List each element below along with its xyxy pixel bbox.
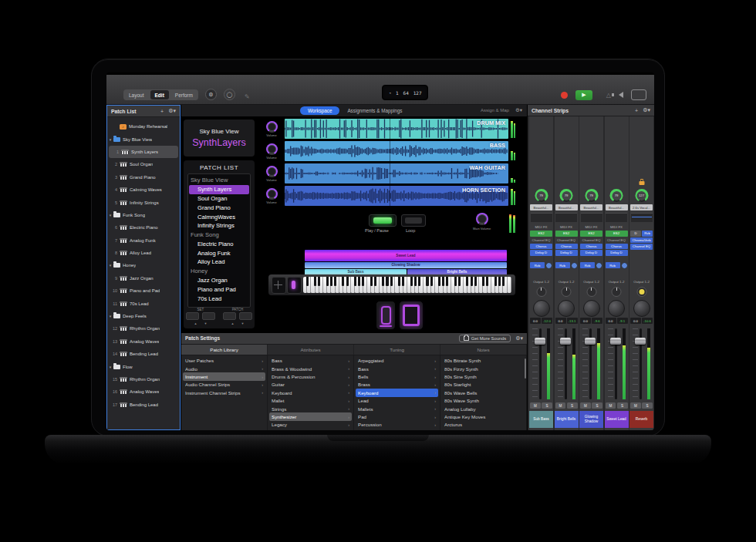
pan-knob[interactable] bbox=[562, 287, 572, 297]
browser-item[interactable]: Strings› bbox=[268, 405, 353, 412]
disclosure-triangle-icon[interactable]: ▾ bbox=[107, 263, 113, 268]
send-slot[interactable]: Rvb bbox=[580, 262, 595, 268]
patch-row[interactable]: 14Bending Lead bbox=[107, 348, 180, 360]
patch-row[interactable]: 13Analog Waves bbox=[107, 335, 180, 348]
widget-patch-row[interactable]: 70s Lead bbox=[188, 294, 250, 303]
loop-button[interactable] bbox=[401, 214, 426, 227]
send-slot[interactable]: D bbox=[630, 231, 641, 237]
mute-button[interactable]: M bbox=[530, 402, 541, 409]
fader[interactable] bbox=[555, 327, 578, 401]
expression-knob[interactable] bbox=[533, 300, 550, 317]
patch-row[interactable]: 1Synth Layers bbox=[109, 146, 178, 158]
eq-thumbnail[interactable] bbox=[581, 213, 602, 222]
widget-patch-row[interactable]: Synth Layers bbox=[189, 185, 249, 194]
patch-row[interactable]: 4Calming Waves bbox=[107, 183, 180, 196]
set-row[interactable]: ▾Honey bbox=[107, 259, 180, 271]
gain-knob[interactable]: 79 bbox=[610, 189, 623, 202]
add-patch-button[interactable]: + bbox=[160, 109, 164, 114]
fader[interactable] bbox=[580, 327, 602, 401]
insert-slot[interactable]: Chorus bbox=[555, 244, 578, 250]
widget-set-row[interactable]: Funk Song bbox=[188, 231, 250, 240]
strip-name-plate[interactable]: Reverb bbox=[629, 411, 653, 428]
play-button[interactable]: ▶ bbox=[575, 90, 592, 100]
set-row[interactable]: ▾Flow bbox=[107, 360, 180, 372]
settings-button[interactable]: ⚙ bbox=[205, 89, 217, 100]
disclosure-triangle-icon[interactable]: ▾ bbox=[107, 213, 113, 217]
expression-pedal[interactable] bbox=[376, 301, 396, 330]
send-knob-icon[interactable] bbox=[571, 262, 578, 269]
white-key[interactable] bbox=[503, 277, 507, 293]
solo-button[interactable]: S bbox=[617, 402, 628, 409]
play-pause-button[interactable] bbox=[369, 214, 397, 227]
patch-row[interactable]: 5Infinity Strings bbox=[107, 196, 180, 208]
patch-row[interactable]: 7Analog Funk bbox=[107, 234, 180, 247]
concert-row[interactable]: ♪Monday Rehearsal bbox=[107, 120, 180, 133]
browser-item[interactable]: Lead› bbox=[354, 397, 440, 405]
tab-attributes[interactable]: Attributes bbox=[268, 345, 354, 355]
patch-row[interactable]: 15Rhythm Organ bbox=[107, 373, 180, 385]
white-key[interactable] bbox=[395, 277, 399, 293]
expression-knob[interactable] bbox=[608, 300, 625, 317]
insert-slot[interactable]: Channel EQ bbox=[630, 244, 653, 250]
browser-item[interactable]: Bells› bbox=[354, 372, 440, 380]
mute-button[interactable]: M bbox=[606, 402, 616, 409]
fader-cap[interactable] bbox=[585, 338, 596, 345]
instrument-slot[interactable]: ES2 bbox=[555, 231, 578, 237]
set-row[interactable]: ▾Sky Blue View bbox=[107, 133, 180, 145]
instrument-slot[interactable]: ES2 bbox=[580, 231, 602, 237]
browser-item[interactable]: 80s Sine Synth bbox=[440, 372, 526, 380]
instrument-slot[interactable]: ES2 bbox=[530, 231, 552, 237]
browser-item[interactable]: Brass› bbox=[354, 381, 440, 389]
white-key[interactable] bbox=[380, 277, 383, 293]
piano-keys[interactable] bbox=[303, 277, 511, 293]
eq-thumbnail[interactable] bbox=[555, 213, 577, 222]
browser-item[interactable]: Mallet› bbox=[268, 397, 353, 405]
widget-patch-row[interactable]: Analog Funk bbox=[188, 248, 250, 258]
solo-button[interactable]: S bbox=[542, 402, 552, 409]
record-button[interactable] bbox=[561, 92, 568, 99]
fader-cap[interactable] bbox=[610, 338, 621, 345]
browser-item[interactable]: Drums & Percussion› bbox=[268, 372, 353, 380]
sustain-pedal[interactable] bbox=[399, 301, 424, 330]
fader-cap[interactable] bbox=[535, 338, 545, 345]
white-key[interactable] bbox=[464, 277, 467, 293]
mute-button[interactable]: M bbox=[580, 402, 591, 409]
patch-row[interactable]: 3Grand Piano bbox=[107, 171, 180, 183]
white-key[interactable] bbox=[400, 277, 403, 293]
waveform-strip[interactable]: BASS bbox=[285, 141, 508, 161]
speaker-icon[interactable] bbox=[619, 92, 623, 98]
browser-item[interactable]: 80s Bitrate Synth bbox=[440, 357, 526, 365]
strip-name-plate[interactable]: Bright Bells bbox=[555, 411, 579, 428]
patch-row[interactable]: 10Piano and Pad bbox=[107, 284, 180, 297]
browser-item[interactable]: Instrument› bbox=[183, 372, 265, 380]
insert-slot[interactable]: Delay D bbox=[580, 250, 602, 256]
solo-button[interactable]: S bbox=[592, 402, 602, 409]
mode-edit[interactable]: Edit bbox=[150, 90, 169, 99]
expression-knob[interactable] bbox=[633, 300, 650, 317]
widget-patch-row[interactable]: Alloy Lead bbox=[188, 258, 250, 267]
mode-perform[interactable]: Perform bbox=[170, 89, 198, 100]
white-key[interactable] bbox=[331, 277, 335, 293]
pan-knob[interactable] bbox=[536, 287, 546, 297]
strip-name-plate[interactable]: Sweet Lead bbox=[605, 411, 629, 428]
browser-item[interactable]: 80s Fizzy Synth bbox=[440, 365, 526, 372]
white-key[interactable] bbox=[508, 277, 511, 293]
browser-item[interactable]: Synthesizer› bbox=[269, 412, 352, 420]
browser-item[interactable]: Arpeggiated› bbox=[354, 357, 440, 365]
white-key[interactable] bbox=[419, 277, 423, 293]
tab-notes[interactable]: Notes bbox=[440, 345, 527, 355]
patch-row[interactable]: 16Analog Waves bbox=[107, 385, 180, 398]
expression-knob[interactable] bbox=[583, 300, 600, 317]
browser-item[interactable]: Mallets› bbox=[354, 405, 440, 412]
metronome-icon[interactable]: △ bbox=[606, 92, 611, 99]
scrollbar-thumb[interactable] bbox=[525, 359, 527, 379]
gain-knob[interactable]: 79 bbox=[585, 189, 598, 202]
insert-slot[interactable]: Chorus bbox=[606, 244, 628, 250]
pan-knob[interactable] bbox=[612, 287, 622, 297]
insert-slot[interactable]: Delay D bbox=[606, 250, 628, 256]
track-volume-knob[interactable]: Volume bbox=[258, 188, 285, 204]
fader-cap[interactable] bbox=[560, 338, 571, 345]
widget-patch-row[interactable]: Electric Piano bbox=[188, 240, 250, 249]
set-next-button[interactable] bbox=[202, 312, 215, 320]
pitch-bend-widget[interactable] bbox=[272, 277, 286, 294]
